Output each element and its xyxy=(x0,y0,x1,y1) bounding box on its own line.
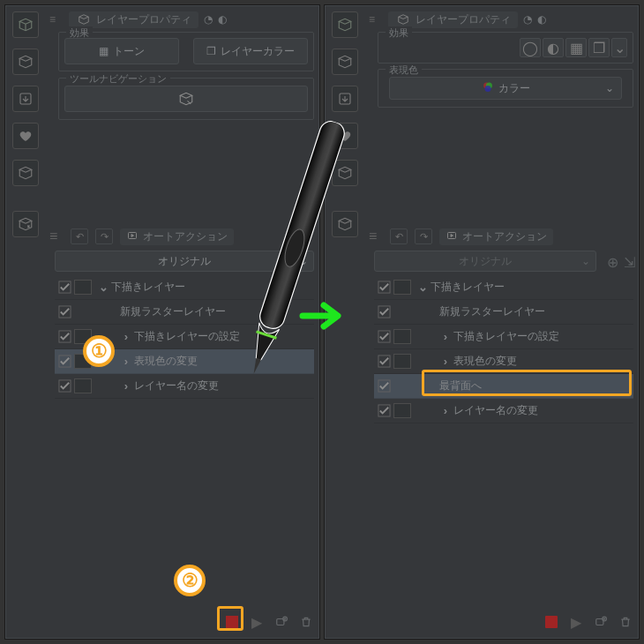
swatch[interactable] xyxy=(393,354,411,369)
tab-label: オートアクション xyxy=(143,229,228,244)
sidebar-btn-4[interactable] xyxy=(12,123,39,149)
sidebar-btn-6[interactable] xyxy=(12,211,39,237)
tab-layer-property[interactable]: レイヤープロパティ xyxy=(69,11,198,28)
circle-icon[interactable]: ◐ xyxy=(537,13,546,26)
swatch[interactable] xyxy=(393,403,411,418)
action-label: 新規ラスターレイヤー xyxy=(120,304,226,319)
chevron-down-icon[interactable]: ⌄ xyxy=(611,38,627,57)
sidebar-btn-5[interactable] xyxy=(12,160,39,186)
checkbox-icon[interactable] xyxy=(374,379,393,393)
menu-icon[interactable]: ≡ xyxy=(49,13,64,26)
tab-auto-action[interactable]: オートアクション xyxy=(120,228,234,245)
swatch[interactable] xyxy=(74,378,92,393)
record-button[interactable] xyxy=(543,614,559,630)
fieldset-effect: 効果 ▦トーン ❐レイヤーカラー xyxy=(58,32,314,71)
circle-icon[interactable]: ◐ xyxy=(218,13,227,26)
undo-icon[interactable]: ↶ xyxy=(71,228,88,244)
swatch[interactable] xyxy=(393,329,411,344)
collapse-icon[interactable]: ⌄ xyxy=(415,281,431,294)
panel-after: ≡ レイヤープロパティ ◔ ◐ 効果 ◯ ◐ ▦ ❐ ⌄ 表現色 カラー ⌄ ≡… xyxy=(324,4,640,640)
swatch[interactable] xyxy=(393,280,411,295)
sidebar-btn-6[interactable] xyxy=(332,211,358,237)
annotation-1: ① xyxy=(83,335,115,367)
record-button[interactable] xyxy=(224,614,240,630)
tab-layer-property[interactable]: レイヤープロパティ xyxy=(388,11,518,28)
checkbox-icon[interactable] xyxy=(55,281,74,294)
undo-icon[interactable]: ↶ xyxy=(390,228,408,244)
checkbox-icon[interactable] xyxy=(374,330,393,343)
btn-toolnav[interactable] xyxy=(64,86,308,112)
fieldset-expression-color: 表現色 カラー ⌄ xyxy=(378,69,633,108)
import-icon[interactable]: ⇲ xyxy=(624,254,635,271)
expand-icon[interactable]: › xyxy=(118,379,134,393)
expand-icon[interactable]: › xyxy=(118,330,134,343)
play-button[interactable]: ▶ xyxy=(568,614,584,630)
action-set-selector[interactable]: オリジナル ⌄ xyxy=(374,251,596,272)
sidebar-btn-2[interactable] xyxy=(332,49,358,75)
trash-button[interactable] xyxy=(298,614,314,630)
action-footer: ▶ xyxy=(374,610,633,633)
action-row-new[interactable]: 最背面へ xyxy=(374,374,633,399)
play-box-icon xyxy=(446,230,458,243)
effect-icon-1[interactable]: ◯ xyxy=(520,38,541,57)
checkbox-icon[interactable] xyxy=(374,355,393,368)
action-row[interactable]: ›表現色の変更 xyxy=(374,349,633,374)
chevron-down-icon: ⌄ xyxy=(581,255,590,267)
effect-icon-2[interactable]: ◐ xyxy=(543,38,564,57)
btn-tone[interactable]: ▦トーン xyxy=(64,38,179,64)
fieldset-toolnav: ツールナビゲーション xyxy=(58,78,314,120)
arrow-icon xyxy=(299,298,348,333)
action-label: 下描きレイヤーの設定 xyxy=(453,329,559,344)
checkbox-icon[interactable] xyxy=(374,404,393,417)
effect-icon-4[interactable]: ❐ xyxy=(588,38,610,57)
checkbox-icon[interactable] xyxy=(374,281,393,294)
annotation-2: ② xyxy=(174,565,206,596)
btn-layercolor[interactable]: ❐レイヤーカラー xyxy=(193,38,308,64)
action-label: レイヤー名の変更 xyxy=(134,378,219,393)
tab-label: オートアクション xyxy=(462,229,547,244)
set-name: オリジナル xyxy=(158,254,211,269)
chevron-down-icon: ⌄ xyxy=(605,82,614,94)
add-action-button[interactable] xyxy=(593,614,609,630)
trash-button[interactable] xyxy=(618,614,633,630)
expand-icon[interactable]: › xyxy=(438,330,453,343)
menu-icon[interactable]: ≡ xyxy=(49,228,64,244)
effect-icon-3[interactable]: ▦ xyxy=(565,38,587,57)
sidebar-btn-1[interactable] xyxy=(12,11,39,38)
sidebar xyxy=(9,11,44,248)
tab-label: レイヤープロパティ xyxy=(96,12,191,27)
rgb-icon xyxy=(482,81,494,96)
color-mode-selector[interactable]: カラー ⌄ xyxy=(389,77,622,100)
sidebar-btn-3[interactable] xyxy=(12,86,39,112)
action-label: 下描きレイヤーの設定 xyxy=(134,329,240,344)
action-row[interactable]: 新規ラスターレイヤー xyxy=(374,300,633,325)
checkbox-icon[interactable] xyxy=(55,355,74,368)
redo-icon[interactable]: ↷ xyxy=(95,228,113,244)
redo-icon[interactable]: ↷ xyxy=(415,228,432,244)
menu-icon[interactable]: ≡ xyxy=(369,228,383,244)
sidebar-btn-1[interactable] xyxy=(332,11,358,38)
headphone-icon[interactable]: ◔ xyxy=(523,13,532,26)
set-name: オリジナル xyxy=(459,254,512,269)
menu-icon[interactable]: ≡ xyxy=(369,13,383,26)
checkbox-icon[interactable] xyxy=(374,305,393,318)
new-set-icon[interactable]: ⊕ xyxy=(607,254,618,271)
expand-icon[interactable]: › xyxy=(118,355,134,368)
legend-toolnav: ツールナビゲーション xyxy=(66,72,170,86)
action-row-parent[interactable]: ⌄下描きレイヤー xyxy=(374,275,633,300)
expand-icon[interactable]: › xyxy=(438,355,453,368)
tab-auto-action[interactable]: オートアクション xyxy=(439,228,553,245)
action-row[interactable]: ›下描きレイヤーの設定 xyxy=(374,325,633,349)
action-row[interactable]: ›レイヤー名の変更 xyxy=(374,399,633,423)
sidebar-btn-2[interactable] xyxy=(12,49,39,75)
checkbox-icon[interactable] xyxy=(55,305,74,318)
expand-icon[interactable]: › xyxy=(438,404,453,417)
swatch[interactable] xyxy=(74,280,92,295)
checkbox-icon[interactable] xyxy=(55,330,74,343)
headphone-icon[interactable]: ◔ xyxy=(204,13,213,26)
collapse-icon[interactable]: ⌄ xyxy=(95,281,111,294)
checkbox-icon[interactable] xyxy=(55,379,74,393)
add-action-button[interactable] xyxy=(273,614,289,630)
play-button[interactable]: ▶ xyxy=(249,614,265,630)
sidebar-btn-3[interactable] xyxy=(332,86,358,112)
